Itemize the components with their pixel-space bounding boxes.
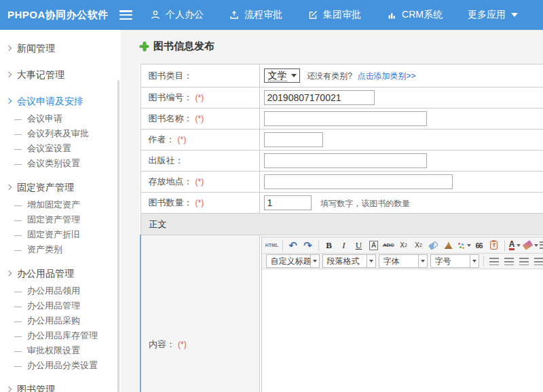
add-plus-icon <box>140 42 149 51</box>
page-title: 图书信息发布 <box>153 40 214 53</box>
top-navigation: 个人办公 流程审批 集团审批 CRM系统 更多应用 <box>150 9 543 21</box>
chevron-right-icon <box>6 387 12 392</box>
bar-chart-icon <box>386 9 397 20</box>
sidebar-subitem-asset-add[interactable]: 增加固定资产 <box>0 197 121 212</box>
upload-icon <box>229 9 240 20</box>
storage-location-input[interactable] <box>264 174 453 189</box>
caret-down-icon <box>470 255 479 267</box>
book-category-select[interactable]: 文学 <box>264 68 300 83</box>
sidebar-item-events-mgmt[interactable]: 大事记管理 <box>0 64 121 85</box>
ordered-list-icon <box>540 241 543 249</box>
editor-content-area[interactable] <box>262 269 543 392</box>
align-left-icon <box>489 258 499 265</box>
row-book-category: 图书类目： 文学 还没有类别? 点击添加类别>> <box>141 64 543 87</box>
clipboard-icon <box>490 241 498 250</box>
hamburger-menu-icon[interactable] <box>119 10 132 20</box>
auto-typeset-button[interactable] <box>457 239 471 252</box>
align-center-button[interactable] <box>502 254 516 268</box>
nav-personal-office[interactable]: 个人办公 <box>150 9 204 21</box>
font-size-dropdown[interactable]: 字号 <box>430 254 479 268</box>
sidebar: 新闻管理 大事记管理 会议申请及安排 会议申请 会议列表及审批 会议室设置 会议… <box>0 30 121 392</box>
sidebar-subitem-supplies-inventory[interactable]: 办公用品库存管理 <box>0 328 121 343</box>
book-form: 图书类目： 文学 还没有类别? 点击添加类别>> 图书编号：(*) <box>140 64 543 392</box>
source-code-button[interactable]: HTML <box>265 239 279 252</box>
publisher-input[interactable] <box>264 153 427 168</box>
align-center-icon <box>504 258 514 265</box>
align-left-button[interactable] <box>487 254 501 268</box>
chevron-right-icon <box>6 184 12 190</box>
nav-label: 个人办公 <box>166 9 204 21</box>
paragraph-format-dropdown[interactable]: 段落格式 <box>322 254 376 268</box>
select-arrow-icon <box>291 74 297 77</box>
align-justify-icon <box>534 258 543 265</box>
sidebar-subitem-asset-manage[interactable]: 固定资产管理 <box>0 212 121 227</box>
strikethrough-button[interactable]: ABC <box>382 239 396 252</box>
caret-down-icon <box>418 255 427 267</box>
align-right-button[interactable] <box>517 254 531 268</box>
sidebar-subitem-meeting-apply[interactable]: 会议申请 <box>0 111 121 126</box>
author-input[interactable] <box>264 132 323 147</box>
align-justify-button[interactable] <box>532 254 543 268</box>
custom-title-dropdown[interactable]: 自定义标题 <box>266 254 320 268</box>
ordered-list-button[interactable] <box>540 239 543 252</box>
field-label: 图书名称： <box>149 113 193 123</box>
remove-format-button[interactable] <box>427 239 441 252</box>
field-label: 出版社： <box>149 155 184 165</box>
caret-down-icon <box>511 13 518 17</box>
sidebar-subitem-asset-depreciation[interactable]: 固定资产折旧 <box>0 227 121 242</box>
highlight-color-button[interactable] <box>523 239 538 252</box>
sidebar-item-news-mgmt[interactable]: 新闻管理 <box>0 38 121 58</box>
row-author: 作者：(*) <box>141 130 543 151</box>
sidebar-scrollbar[interactable] <box>117 80 119 392</box>
sidebar-item-book-mgmt[interactable]: 图书管理 <box>0 379 121 392</box>
paste-word-button[interactable] <box>487 239 501 252</box>
editor-toolbar-row1: HTML ↶ ↷ B I U A ABC X2 <box>262 237 543 254</box>
sidebar-subitem-meeting-category[interactable]: 会议类别设置 <box>0 156 121 171</box>
sidebar-item-asset-mgmt[interactable]: 固定资产管理 <box>0 177 121 197</box>
eraser-icon <box>428 240 438 250</box>
sidebar-item-supplies-mgmt[interactable]: 办公用品管理 <box>0 263 121 283</box>
row-book-name: 图书名称：(*) <box>141 109 543 130</box>
sidebar-subitem-asset-category[interactable]: 资产类别 <box>0 242 121 257</box>
redo-button[interactable]: ↷ <box>301 239 315 252</box>
quantity-input[interactable] <box>264 195 312 210</box>
sidebar-subitem-meeting-room[interactable]: 会议室设置 <box>0 141 121 156</box>
required-mark: (*) <box>195 177 204 187</box>
book-name-input[interactable] <box>264 111 427 126</box>
main-content: 图书信息发布 图书类目： 文学 还没有类别? 点击添加类别>> 图书 <box>121 30 543 392</box>
sidebar-subitem-supplies-manage[interactable]: 办公用品管理 <box>0 298 121 313</box>
nav-group-approval[interactable]: 集团审批 <box>307 9 361 21</box>
underline-button[interactable]: U <box>352 239 366 252</box>
color-dots-icon <box>457 241 465 250</box>
font-family-dropdown[interactable]: 字体 <box>379 254 428 268</box>
bold-button[interactable]: B <box>322 239 336 252</box>
sidebar-item-meeting-mgmt[interactable]: 会议申请及安排 <box>0 91 121 111</box>
chevron-right-icon <box>6 271 12 276</box>
book-code-input[interactable] <box>264 90 375 105</box>
font-color-button[interactable]: A <box>508 239 522 252</box>
add-category-link[interactable]: 点击添加类别>> <box>357 71 415 81</box>
sidebar-subitem-supplies-claim[interactable]: 办公用品领用 <box>0 283 121 298</box>
format-brush-button[interactable] <box>442 239 455 252</box>
nav-label: CRM系统 <box>402 9 443 21</box>
italic-button[interactable]: I <box>337 239 351 252</box>
nav-more-apps[interactable]: 更多应用 <box>468 9 518 21</box>
quantity-hint: 填写数字，该图书的数量 <box>320 199 410 208</box>
blockquote-button[interactable]: 66 <box>472 239 486 252</box>
caret-down-icon <box>310 255 319 267</box>
sidebar-subitem-supplies-category[interactable]: 办公用品分类设置 <box>0 358 121 373</box>
nav-workflow-approval[interactable]: 流程审批 <box>229 9 282 21</box>
border-text-button[interactable]: A <box>367 239 381 252</box>
superscript-button[interactable]: X2 <box>397 239 411 252</box>
undo-button[interactable]: ↶ <box>286 239 300 252</box>
field-label: 存放地点： <box>149 176 193 187</box>
subscript-button[interactable]: X2 <box>412 239 426 252</box>
caret-down-icon <box>517 244 521 247</box>
nav-crm-system[interactable]: CRM系统 <box>386 9 443 21</box>
sidebar-subitem-meeting-list[interactable]: 会议列表及审批 <box>0 126 121 141</box>
sidebar-subitem-supplies-purchase[interactable]: 办公用品采购 <box>0 313 121 328</box>
sidebar-subitem-approval-permission[interactable]: 审批权限设置 <box>0 343 121 358</box>
required-mark: (*) <box>195 114 204 123</box>
row-body-section: 正文 <box>141 214 543 235</box>
editor-toolbar-row2: 自定义标题 段落格式 字体 字号 <box>262 254 543 269</box>
